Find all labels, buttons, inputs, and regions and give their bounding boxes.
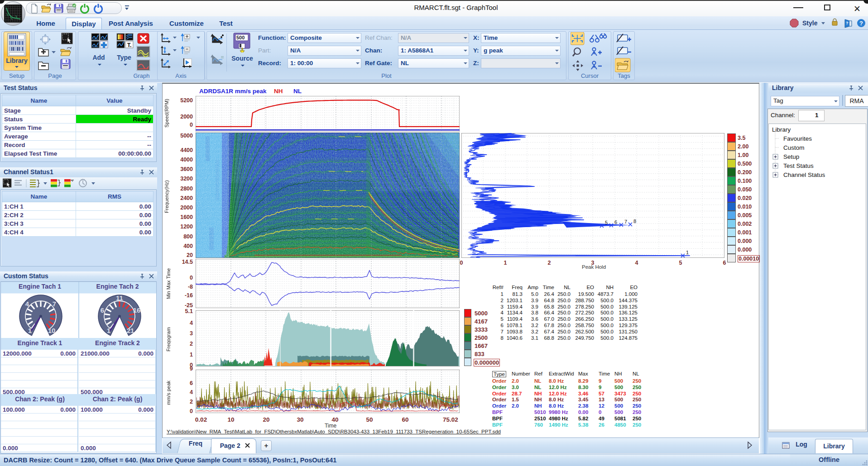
- svg-text:10: 10: [48, 327, 56, 334]
- svg-text:8: 8: [633, 219, 636, 224]
- svg-text:16: 16: [133, 306, 141, 314]
- svg-text:11: 11: [116, 295, 123, 302]
- svg-text:21: 21: [127, 327, 134, 334]
- svg-text:T.: T.: [127, 42, 131, 48]
- svg-text:5: 5: [605, 220, 608, 225]
- svg-text:6: 6: [614, 219, 617, 225]
- svg-text:1: 1: [686, 250, 689, 255]
- svg-text:7: 7: [53, 300, 56, 308]
- svg-text:6: 6: [101, 306, 104, 314]
- svg-text:?: ?: [846, 21, 849, 25]
- svg-text:7: 7: [624, 219, 627, 224]
- svg-text:4: 4: [25, 300, 29, 308]
- svg-text:500: 500: [236, 35, 245, 40]
- svg-text:?: ?: [859, 20, 863, 27]
- svg-text:Style: Style: [802, 19, 818, 27]
